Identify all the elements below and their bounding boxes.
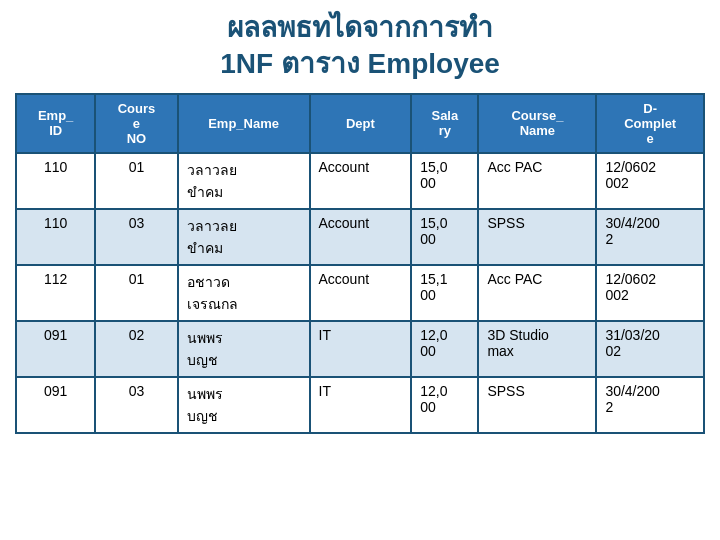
- d-complete: 30/4/2002: [596, 209, 704, 265]
- course-name: Acc PAC: [478, 153, 596, 209]
- dept: IT: [310, 321, 412, 377]
- emp-name: นพพรบญช: [178, 321, 310, 377]
- table-row: 09102นพพรบญชIT12,0003D Studiomax31/03/20…: [16, 321, 704, 377]
- course-name: Acc PAC: [478, 265, 596, 321]
- dept: Account: [310, 265, 412, 321]
- employee-table: Emp_ID CourseNO Emp_Name Dept Salary Cou…: [15, 93, 705, 434]
- table-row: 11003วลาวลยขำคมAccount15,000SPSS30/4/200…: [16, 209, 704, 265]
- salary: 15,000: [411, 209, 478, 265]
- emp-name: วลาวลยขำคม: [178, 153, 310, 209]
- d-complete: 31/03/2002: [596, 321, 704, 377]
- course-no: 03: [95, 209, 177, 265]
- course-no: 01: [95, 153, 177, 209]
- table-row: 09103นพพรบญชIT12,000SPSS30/4/2002: [16, 377, 704, 433]
- salary: 15,100: [411, 265, 478, 321]
- title-line2: 1NF ตาราง Employee: [15, 46, 705, 82]
- col-course-name: Course_Name: [478, 94, 596, 153]
- course-no: 01: [95, 265, 177, 321]
- col-salary: Salary: [411, 94, 478, 153]
- page: ผลลพธทไดจากการทำ 1NF ตาราง Employee Emp_…: [0, 0, 720, 540]
- col-dept: Dept: [310, 94, 412, 153]
- emp-name: อชาวดเจรณกล: [178, 265, 310, 321]
- course-no: 03: [95, 377, 177, 433]
- table-row: 11201อชาวดเจรณกลAccount15,100Acc PAC12/0…: [16, 265, 704, 321]
- emp-name: วลาวลยขำคม: [178, 209, 310, 265]
- course-name: 3D Studiomax: [478, 321, 596, 377]
- dept: Account: [310, 209, 412, 265]
- emp-id: 091: [16, 321, 95, 377]
- page-title: ผลลพธทไดจากการทำ 1NF ตาราง Employee: [15, 10, 705, 83]
- d-complete: 12/0602002: [596, 265, 704, 321]
- col-course-no: CourseNO: [95, 94, 177, 153]
- emp-name: นพพรบญช: [178, 377, 310, 433]
- emp-id: 110: [16, 209, 95, 265]
- emp-id: 110: [16, 153, 95, 209]
- course-no: 02: [95, 321, 177, 377]
- table-header-row: Emp_ID CourseNO Emp_Name Dept Salary Cou…: [16, 94, 704, 153]
- col-emp-id: Emp_ID: [16, 94, 95, 153]
- col-d-complete: D-Complete: [596, 94, 704, 153]
- table-row: 11001วลาวลยขำคมAccount15,000Acc PAC12/06…: [16, 153, 704, 209]
- dept: IT: [310, 377, 412, 433]
- d-complete: 12/0602002: [596, 153, 704, 209]
- title-line1: ผลลพธทไดจากการทำ: [15, 10, 705, 46]
- salary: 12,000: [411, 377, 478, 433]
- dept: Account: [310, 153, 412, 209]
- emp-id: 091: [16, 377, 95, 433]
- course-name: SPSS: [478, 209, 596, 265]
- emp-id: 112: [16, 265, 95, 321]
- d-complete: 30/4/2002: [596, 377, 704, 433]
- col-emp-name: Emp_Name: [178, 94, 310, 153]
- course-name: SPSS: [478, 377, 596, 433]
- salary: 15,000: [411, 153, 478, 209]
- salary: 12,000: [411, 321, 478, 377]
